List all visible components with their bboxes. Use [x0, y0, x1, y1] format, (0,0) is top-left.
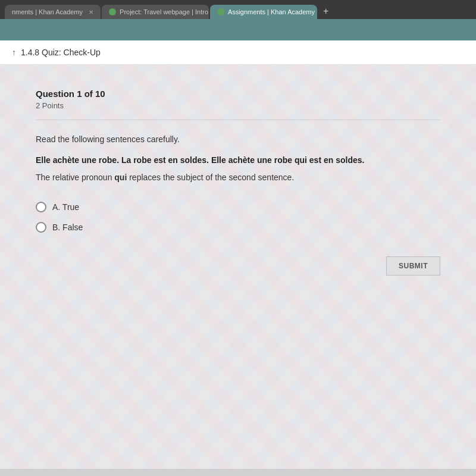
tab-2[interactable]: Project: Travel webpage | Intro to... ✕ [102, 5, 209, 19]
quiz-body: Question 1 of 10 2 Points Read the follo… [0, 65, 476, 299]
tab-3[interactable]: Assignments | Khan Academy ✕ [210, 5, 317, 19]
tab-1-close[interactable]: ✕ [89, 9, 93, 15]
browser-chrome: nments | Khan Academy ✕ Project: Travel … [0, 0, 476, 19]
new-tab-button[interactable]: + [318, 4, 333, 19]
divider [36, 120, 440, 120]
points-label: 2 Points [36, 101, 440, 110]
explanation-prefix: The relative pronoun [36, 173, 114, 182]
tabs-row: nments | Khan Academy ✕ Project: Travel … [5, 4, 471, 19]
address-bar-row [0, 19, 476, 40]
options-list: A. True B. False [36, 202, 440, 233]
tab-2-label: Project: Travel webpage | Intro to... [120, 8, 209, 15]
tab-3-icon [217, 8, 224, 15]
tab-1[interactable]: nments | Khan Academy ✕ [5, 5, 101, 19]
explanation-text: The relative pronoun qui replaces the su… [36, 171, 440, 184]
submit-button[interactable]: SUBMIT [386, 256, 440, 275]
tab-1-label: nments | Khan Academy [12, 8, 83, 15]
tab-2-icon [109, 8, 116, 15]
submit-row: SUBMIT [36, 256, 440, 275]
quiz-header: ↑ 1.4.8 Quiz: Check-Up [0, 40, 476, 65]
explanation-suffix: replaces the subject of the second sente… [127, 173, 294, 182]
page-content: ↑ 1.4.8 Quiz: Check-Up Question 1 of 10 … [0, 40, 476, 469]
explanation-bold: qui [114, 173, 127, 182]
radio-A[interactable] [36, 202, 46, 212]
option-B-label: B. False [52, 223, 83, 232]
option-A[interactable]: A. True [36, 202, 440, 212]
instruction-text: Read the following sentences carefully. [36, 134, 440, 144]
french-text: Elle achète une robe. La robe est en sol… [36, 154, 440, 167]
option-A-label: A. True [52, 202, 79, 212]
quiz-title: 1.4.8 Quiz: Check-Up [21, 48, 101, 57]
quiz-header-icon: ↑ [12, 48, 16, 57]
tab-3-label: Assignments | Khan Academy [228, 8, 315, 15]
option-B[interactable]: B. False [36, 222, 440, 233]
radio-B[interactable] [36, 222, 46, 233]
question-label: Question 1 of 10 [36, 89, 440, 99]
